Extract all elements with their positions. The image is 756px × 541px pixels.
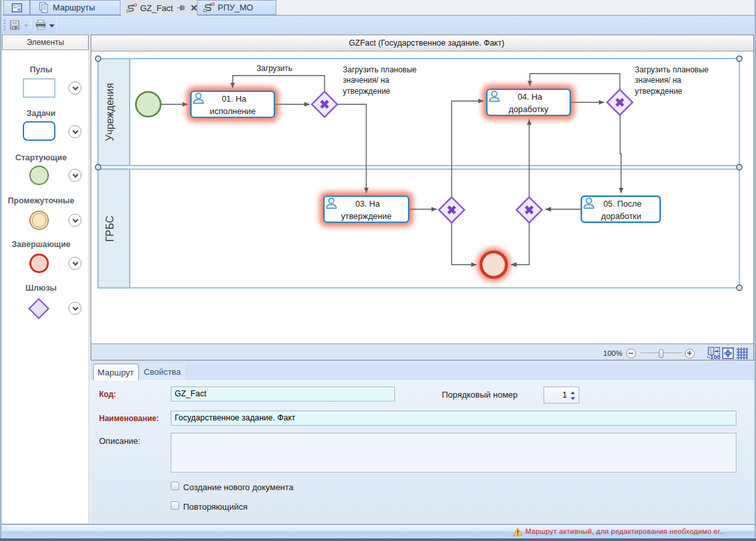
svg-text:значения/ на: значения/ на [635, 76, 682, 85]
svg-text:Загрузить: Загрузить [257, 64, 293, 73]
svg-text:Загрузить плановые: Загрузить плановые [635, 65, 709, 74]
svg-text:Учреждения: Учреждения [104, 83, 115, 141]
svg-text:утверждение: утверждение [341, 211, 392, 221]
svg-text:значения/ на: значения/ на [343, 76, 390, 85]
svg-text:утверждение: утверждение [343, 87, 390, 96]
svg-text:Загрузить плановые: Загрузить плановые [343, 65, 417, 74]
svg-text:04. На: 04. На [517, 92, 543, 102]
svg-text:доработки: доработки [601, 211, 641, 221]
svg-text:03. На: 03. На [355, 199, 381, 209]
svg-text:исполнение: исполнение [210, 106, 255, 116]
svg-text:доработку: доработку [509, 104, 549, 114]
svg-text:01. На: 01. На [222, 94, 247, 104]
svg-text:утверждение: утверждение [635, 87, 682, 96]
svg-text:05. После: 05. После [603, 199, 642, 209]
svg-text:ГРБС: ГРБС [104, 216, 115, 242]
svg-text:100: 100 [710, 353, 720, 360]
